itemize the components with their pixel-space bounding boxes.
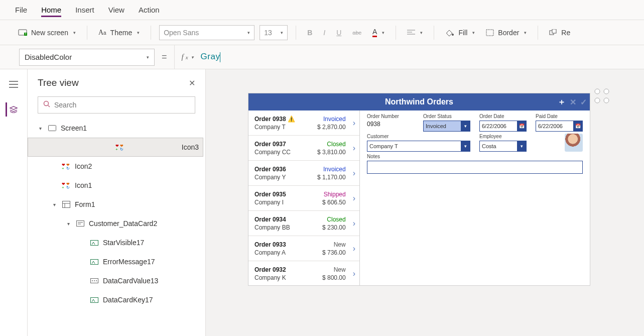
search-icon	[43, 100, 50, 109]
font-color-button[interactable]: A▾	[369, 26, 388, 39]
reorder-label: Re	[561, 29, 570, 37]
theme-button[interactable]: Aa Theme ▾	[95, 27, 143, 38]
menu-insert[interactable]: Insert	[75, 3, 94, 17]
menu-file[interactable]: File	[15, 3, 27, 17]
menu-view[interactable]: View	[108, 3, 124, 17]
tree-item-label: Icon2	[75, 162, 92, 170]
field-label: Employee	[479, 134, 527, 139]
svg-rect-22	[77, 221, 84, 227]
tree-item[interactable]: ❤❤+↻Icon3	[28, 138, 203, 157]
tree-item[interactable]: ▾Screen1	[28, 119, 203, 138]
property-selector[interactable]: DisabledColor ▾	[19, 49, 155, 66]
new-screen-button[interactable]: + New screen ▾	[15, 27, 79, 38]
select-value: Costa	[482, 143, 496, 149]
font-size-value: 13	[264, 29, 272, 37]
chevron-right-icon: ›	[353, 144, 355, 153]
chevron-down-icon: ▾	[281, 30, 283, 35]
order-status-select[interactable]: Invoiced▾	[423, 121, 470, 132]
order-row[interactable]: Order 0936 Company Y Invoiced $ 1,170.00…	[248, 161, 359, 186]
ctrl-icon	[90, 296, 99, 303]
screen-icon: +	[18, 29, 27, 36]
order-id: Order 0934	[254, 216, 290, 223]
layers-icon	[9, 106, 18, 113]
tree-item[interactable]: DataCardKey17	[28, 290, 203, 309]
close-panel-button[interactable]: ✕	[189, 78, 195, 88]
selection-handles	[594, 88, 609, 103]
cancel-icon[interactable]: ✕	[570, 97, 576, 107]
order-row[interactable]: Order 0932 Company K New $ 800.00 ›	[248, 261, 359, 285]
expand-toggle[interactable]: ▾	[51, 202, 58, 207]
calendar-icon: 📅	[573, 121, 582, 131]
customer-select[interactable]: Company T▾	[367, 141, 470, 152]
order-list[interactable]: Order 0938⚠️ Company T Invoiced $ 2,870.…	[248, 110, 360, 285]
menu-home[interactable]: Home	[41, 3, 61, 17]
employee-select[interactable]: Costa▾	[479, 141, 527, 152]
italic-button[interactable]: I	[320, 27, 328, 38]
order-date-input[interactable]: 6/22/2006📅	[479, 121, 527, 132]
align-button[interactable]: ▾	[404, 28, 426, 37]
order-row[interactable]: Order 0937 Company CC Closed $ 3,810.00 …	[248, 136, 359, 161]
svg-rect-8	[49, 126, 56, 131]
search-input[interactable]	[54, 101, 190, 109]
order-company: Company I	[254, 199, 286, 206]
reorder-icon	[549, 29, 557, 36]
svg-point-27	[94, 280, 95, 281]
svg-text:+: +	[25, 32, 27, 36]
tree-item[interactable]: ▾Customer_DataCard2	[28, 214, 203, 233]
chevron-right-icon: ›	[353, 119, 355, 128]
bold-button[interactable]: B	[304, 27, 315, 38]
tree-item[interactable]: ErrorMessage17	[28, 252, 203, 271]
strike-button[interactable]: abc	[349, 28, 364, 37]
expand-toggle[interactable]: ▾	[37, 126, 44, 131]
panel-header: Tree view ✕	[28, 69, 205, 96]
formula-input[interactable]: Gray	[201, 52, 221, 62]
font-selector[interactable]: Open Sans▾	[159, 25, 254, 40]
tree-item[interactable]: ▾Form1	[28, 195, 203, 214]
form-icon	[62, 201, 71, 208]
align-icon	[407, 30, 415, 36]
order-company: Company Y	[254, 174, 286, 181]
formula-bar: DisabledColor ▾ = fx ▾ Gray	[0, 45, 644, 69]
tree-item[interactable]: ❤❤+↻Icon1	[28, 176, 203, 195]
accept-icon[interactable]: ✓	[580, 97, 587, 107]
add-icon[interactable]: ＋	[558, 97, 566, 107]
separator	[87, 26, 87, 40]
tree-item[interactable]: ❤❤+↻Icon2	[28, 157, 203, 176]
order-amount: $ 736.00	[322, 249, 346, 256]
font-size-selector[interactable]: 13▾	[260, 25, 288, 40]
order-company: Company K	[254, 274, 286, 281]
menu-bar: File Home Insert View Action	[0, 0, 644, 20]
order-id: Order 0935	[254, 191, 286, 198]
hamburger-button[interactable]	[6, 77, 21, 91]
notes-input[interactable]	[367, 161, 583, 174]
search-box[interactable]	[38, 96, 195, 114]
tree-view-rail-button[interactable]	[6, 102, 21, 117]
order-row[interactable]: Order 0934 Company BB Closed $ 230.00 ›	[248, 211, 359, 236]
order-row[interactable]: Order 0933 Company A New $ 736.00 ›	[248, 236, 359, 261]
fx-icon[interactable]: fx ▾	[182, 53, 194, 61]
chevron-down-icon: ▾	[461, 121, 470, 131]
app-header: Northwind Orders ＋ ✕ ✓	[248, 93, 590, 110]
order-status: Closed	[327, 141, 345, 148]
chevron-down-icon: ▾	[137, 30, 140, 35]
reorder-button[interactable]: Re	[546, 27, 573, 38]
separator	[538, 26, 538, 40]
menu-action[interactable]: Action	[139, 3, 160, 17]
ctrl-icon	[90, 258, 99, 265]
order-row[interactable]: Order 0935 Company I Shipped $ 606.50 ›	[248, 186, 359, 211]
chevron-down-icon: ▾	[382, 30, 384, 35]
separator	[151, 26, 151, 40]
border-button[interactable]: Border ▾	[483, 27, 530, 38]
tree-item[interactable]: StarVisible17	[28, 233, 203, 252]
fill-button[interactable]: Fill ▾	[442, 27, 478, 38]
chevron-down-icon: ▾	[524, 30, 527, 35]
new-screen-label: New screen	[31, 29, 68, 37]
expand-toggle[interactable]: ▾	[65, 221, 72, 227]
tree-item[interactable]: DataCardValue13	[28, 271, 203, 290]
canvas[interactable]: Northwind Orders ＋ ✕ ✓ Order 0938⚠️ Comp…	[206, 69, 644, 336]
paid-date-input[interactable]: 6/22/2006📅	[536, 121, 583, 132]
tree-list: ▾Screen1❤❤+↻Icon3❤❤+↻Icon2❤❤+↻Icon1▾Form…	[28, 119, 205, 336]
underline-button[interactable]: U	[333, 27, 344, 38]
property-value: DisabledColor	[25, 53, 72, 61]
order-row[interactable]: Order 0938⚠️ Company T Invoiced $ 2,870.…	[248, 110, 359, 136]
